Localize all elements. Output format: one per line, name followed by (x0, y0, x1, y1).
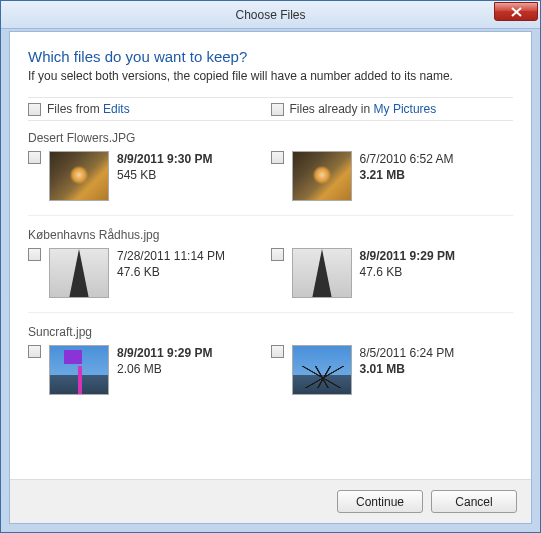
select-all-source-checkbox[interactable] (28, 103, 41, 116)
cancel-button[interactable]: Cancel (431, 490, 517, 513)
file-version-dest[interactable]: 8/9/2011 9:29 PM 47.6 KB (271, 248, 514, 298)
thumbnail (292, 248, 352, 298)
continue-button[interactable]: Continue (337, 490, 423, 513)
file-meta: 8/9/2011 9:29 PM 2.06 MB (117, 345, 212, 395)
heading: Which files do you want to keep? (28, 48, 513, 65)
file-meta: 6/7/2010 6:52 AM 3.21 MB (360, 151, 454, 201)
file-size: 3.21 MB (360, 167, 454, 183)
column-headers: Files from Edits Files already in My Pic… (28, 97, 513, 121)
thumbnail (49, 248, 109, 298)
file-date: 8/5/2011 6:24 PM (360, 345, 455, 361)
file-name: Københavns Rådhus.jpg (28, 224, 513, 248)
file-date: 8/9/2011 9:29 PM (360, 248, 455, 264)
version-checkbox[interactable] (28, 248, 41, 261)
file-row: 8/9/2011 9:30 PM 545 KB 6/7/2010 6:52 AM… (28, 151, 513, 216)
file-row: 7/28/2011 11:14 PM 47.6 KB 8/9/2011 9:29… (28, 248, 513, 313)
version-checkbox[interactable] (28, 345, 41, 358)
file-date: 8/9/2011 9:29 PM (117, 345, 212, 361)
dest-folder-link[interactable]: My Pictures (374, 102, 437, 116)
thumbnail (292, 151, 352, 201)
file-date: 6/7/2010 6:52 AM (360, 151, 454, 167)
column-header-source: Files from Edits (28, 102, 271, 116)
file-version-dest[interactable]: 8/5/2011 6:24 PM 3.01 MB (271, 345, 514, 395)
thumbnail (292, 345, 352, 395)
file-meta: 8/5/2011 6:24 PM 3.01 MB (360, 345, 455, 395)
file-meta: 7/28/2011 11:14 PM 47.6 KB (117, 248, 225, 298)
file-date: 8/9/2011 9:30 PM (117, 151, 212, 167)
file-size: 2.06 MB (117, 361, 212, 377)
client-area: Which files do you want to keep? If you … (9, 31, 532, 524)
file-size: 47.6 KB (360, 264, 455, 280)
file-date: 7/28/2011 11:14 PM (117, 248, 225, 264)
column-header-source-label: Files from Edits (47, 102, 130, 116)
file-name: Suncraft.jpg (28, 321, 513, 345)
file-version-source[interactable]: 7/28/2011 11:14 PM 47.6 KB (28, 248, 271, 298)
dialog-window: Choose Files Which files do you want to … (0, 0, 541, 533)
file-meta: 8/9/2011 9:29 PM 47.6 KB (360, 248, 455, 298)
version-checkbox[interactable] (271, 345, 284, 358)
version-checkbox[interactable] (271, 248, 284, 261)
file-group: Københavns Rådhus.jpg 7/28/2011 11:14 PM… (28, 218, 513, 313)
version-checkbox[interactable] (271, 151, 284, 164)
column-header-dest-label: Files already in My Pictures (290, 102, 437, 116)
window-title: Choose Files (235, 8, 305, 22)
file-size: 3.01 MB (360, 361, 455, 377)
file-size: 545 KB (117, 167, 212, 183)
file-version-dest[interactable]: 6/7/2010 6:52 AM 3.21 MB (271, 151, 514, 201)
column-header-dest: Files already in My Pictures (271, 102, 514, 116)
titlebar: Choose Files (1, 1, 540, 29)
subtext: If you select both versions, the copied … (28, 69, 513, 83)
thumbnail (49, 345, 109, 395)
file-row: 8/9/2011 9:29 PM 2.06 MB 8/5/2011 6:24 P… (28, 345, 513, 409)
file-meta: 8/9/2011 9:30 PM 545 KB (117, 151, 212, 201)
thumbnail (49, 151, 109, 201)
source-folder-link[interactable]: Edits (103, 102, 130, 116)
file-size: 47.6 KB (117, 264, 225, 280)
file-group: Desert Flowers.JPG 8/9/2011 9:30 PM 545 … (28, 121, 513, 216)
close-button[interactable] (494, 2, 538, 21)
file-name: Desert Flowers.JPG (28, 127, 513, 151)
select-all-dest-checkbox[interactable] (271, 103, 284, 116)
footer: Continue Cancel (10, 479, 531, 523)
file-group: Suncraft.jpg 8/9/2011 9:29 PM 2.06 MB (28, 315, 513, 409)
file-version-source[interactable]: 8/9/2011 9:30 PM 545 KB (28, 151, 271, 201)
close-icon (511, 7, 522, 17)
version-checkbox[interactable] (28, 151, 41, 164)
file-version-source[interactable]: 8/9/2011 9:29 PM 2.06 MB (28, 345, 271, 395)
content: Which files do you want to keep? If you … (10, 32, 531, 409)
